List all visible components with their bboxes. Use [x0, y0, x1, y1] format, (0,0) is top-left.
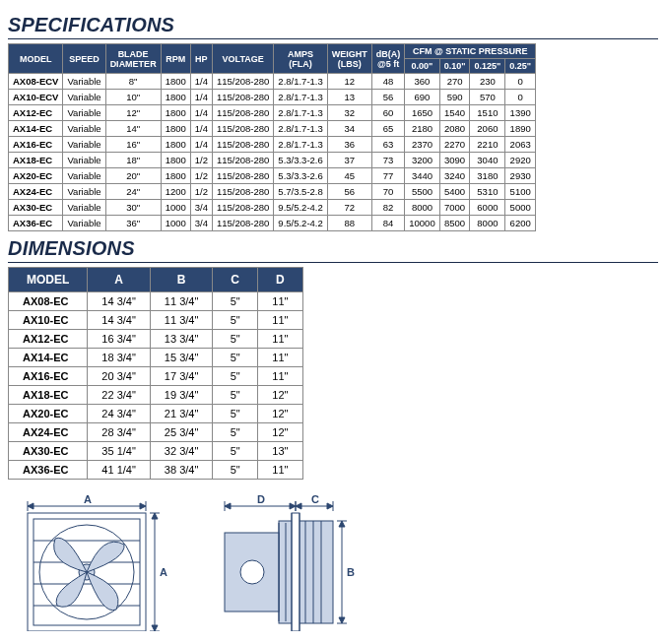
diagram-label-a-top: A	[84, 493, 92, 505]
table-row: AX18-EC22 3/4"19 3/4"5"12"	[9, 386, 303, 405]
diagram-svg: A A D	[8, 493, 402, 631]
col-speed: SPEED	[63, 44, 105, 74]
col-cfm-010: 0.10"	[439, 59, 470, 74]
table-row: AX24-EC28 3/4"25 3/4"5"12"	[9, 423, 303, 442]
diagram-label-c: C	[311, 493, 319, 505]
table-row: AX24-ECVariable24"12001/2115/208-2805.7/…	[9, 184, 536, 200]
table-row: AX10-ECVVariable10"18001/4115/208-2802.8…	[9, 90, 536, 105]
dimensions-heading: DIMENSIONS	[8, 237, 658, 263]
table-row: AX08-ECVVariable8"18001/4115/208-2802.8/…	[9, 74, 536, 90]
table-row: AX16-ECVariable16"18001/4115/208-2802.8/…	[9, 137, 536, 153]
svg-marker-16	[152, 513, 158, 519]
col-db: dB(A)@5 ft	[371, 44, 405, 74]
table-row: AX14-ECVariable14"18001/4115/208-2802.8/…	[9, 121, 536, 137]
table-row: AX20-ECVariable20"18001/2115/208-2805.3/…	[9, 168, 536, 184]
col-model: MODEL	[9, 44, 63, 74]
diagram-label-a-right: A	[160, 566, 167, 578]
col-cfm-group: CFM @ STATIC PRESSURE	[405, 44, 536, 59]
svg-marker-21	[225, 503, 231, 509]
svg-marker-4	[140, 503, 146, 509]
col-cfm-0125: 0.125"	[470, 59, 505, 74]
col-voltage: VOLTAGE	[212, 44, 273, 74]
specifications-table: MODEL SPEED BLADEDIAMETER RPM HP VOLTAGE…	[8, 43, 536, 231]
table-row: AX30-ECVariable30"10003/4115/208-2809.5/…	[9, 200, 536, 216]
svg-marker-43	[339, 617, 345, 623]
col-cfm-025: 0.25"	[505, 59, 536, 74]
table-row: AX16-EC20 3/4"17 3/4"5"11"	[9, 367, 303, 386]
table-row: AX30-EC35 1/4"32 3/4"5"13"	[9, 442, 303, 461]
svg-marker-42	[339, 521, 345, 527]
col-dim-c: C	[213, 268, 258, 292]
table-row: AX08-EC14 3/4"11 3/4"5"11"	[9, 292, 303, 311]
col-rpm: RPM	[161, 44, 190, 74]
diagram-label-b: B	[347, 566, 355, 578]
specifications-heading: SPECIFICATIONS	[8, 14, 658, 39]
col-dim-a: A	[88, 268, 151, 292]
col-amps: AMPS(FLA)	[274, 44, 327, 74]
col-dim-d: D	[258, 268, 303, 292]
dimensions-table: MODEL A B C D AX08-EC14 3/4"11 3/4"5"11"…	[8, 267, 303, 480]
table-row: AX12-EC16 3/4"13 3/4"5"11"	[9, 330, 303, 349]
svg-marker-26	[296, 503, 301, 509]
svg-rect-29	[292, 513, 299, 631]
table-row: AX14-EC18 3/4"15 3/4"5"11"	[9, 349, 303, 367]
table-row: AX20-EC24 3/4"21 3/4"5"12"	[9, 405, 303, 423]
col-hp: HP	[190, 44, 212, 74]
svg-marker-3	[28, 503, 33, 509]
table-row: AX36-EC41 1/4"38 3/4"5"11"	[9, 461, 303, 480]
col-blade: BLADEDIAMETER	[105, 44, 161, 74]
col-cfm-000: 0.00"	[405, 59, 439, 74]
svg-marker-17	[152, 625, 158, 631]
table-row: AX18-ECVariable18"18001/2115/208-2805.3/…	[9, 153, 536, 168]
table-row: AX10-EC14 3/4"11 3/4"5"11"	[9, 311, 303, 330]
diagram-label-d: D	[257, 493, 265, 505]
table-row: AX36-ECVariable36"10003/4115/208-2809.5/…	[9, 216, 536, 231]
svg-point-33	[240, 560, 264, 584]
table-row: AX12-ECVariable12"18001/4115/208-2802.8/…	[9, 105, 536, 121]
col-weight: WEIGHT(LBS)	[327, 44, 371, 74]
dimension-diagrams: A A D	[8, 493, 658, 631]
col-dim-b: B	[150, 268, 213, 292]
svg-marker-27	[327, 503, 333, 509]
col-dim-model: MODEL	[9, 268, 88, 292]
